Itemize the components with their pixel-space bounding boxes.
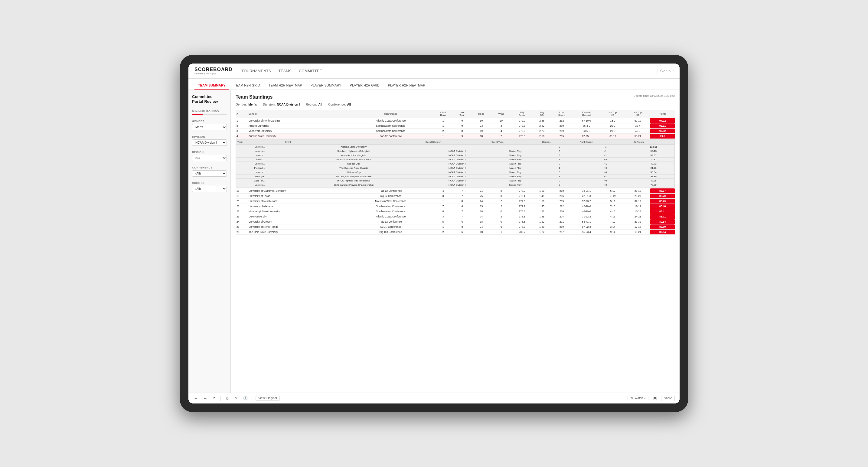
- cell-points-23[interactable]: 88.71: [650, 214, 675, 219]
- sidebar: CommitteePortal Review Minimum Rounds Ge…: [188, 90, 231, 393]
- refresh-icon[interactable]: ↺: [211, 396, 217, 401]
- toolbar-right: 👁 Watch ▾ ⬒ Share: [627, 396, 675, 401]
- tab-team-h2h-heatmap[interactable]: TEAM H2H HEATMAP: [265, 82, 306, 90]
- exp-col-rank-impact: Rank Impact: [578, 140, 632, 145]
- filter-region-value: All: [318, 103, 322, 106]
- cell-points-4-highlighted[interactable]: 79.5: [650, 134, 675, 139]
- cell-avg-sg: 2.86: [533, 118, 551, 123]
- share-label: Share: [664, 397, 672, 400]
- table-row[interactable]: 19 University of Texas Big 12 Conference…: [236, 194, 675, 199]
- cell-points-22[interactable]: 83.41: [650, 209, 675, 214]
- sign-out-button[interactable]: Sign out: [660, 69, 674, 73]
- standings-table: # School Conference ConfRank NoTour Rnds…: [236, 110, 675, 235]
- col-vs-top-25: Vs Top25: [600, 110, 625, 118]
- col-rank: #: [236, 110, 248, 118]
- col-low-score: LowScore: [551, 110, 573, 118]
- col-conf-rank: ConfRank: [433, 110, 453, 118]
- tab-player-h2h-grid[interactable]: PLAYER H2H GRID: [346, 82, 383, 90]
- sidebar-min-rounds: Minimum Rounds: [192, 110, 227, 115]
- table-row[interactable]: 20 University of New Mexico Mountain Wes…: [236, 199, 675, 204]
- cell-points-19[interactable]: 88.70: [650, 194, 675, 199]
- cell-points-2[interactable]: 93.31: [650, 123, 675, 129]
- filter-gender-label: Gender:: [236, 103, 247, 106]
- filter-conference: Conference: All: [328, 103, 351, 106]
- sidebar-conference: Conference (All): [192, 166, 227, 177]
- list-item: Univers... Southern Highlands Collegiate…: [236, 149, 675, 153]
- cell-points-20[interactable]: 88.49: [650, 199, 675, 204]
- sidebar-conference-select[interactable]: (All): [192, 170, 227, 177]
- col-conference: Conference: [348, 110, 433, 118]
- standings-title: Team Standings: [236, 94, 273, 100]
- nav-committee[interactable]: COMMITTEE: [299, 68, 322, 74]
- logo-sub: Powered by clippi: [194, 72, 232, 75]
- exp-col-division: Event Division: [424, 140, 490, 145]
- sidebar-school-select[interactable]: (All): [192, 186, 227, 192]
- sidebar-school: School (All): [192, 182, 227, 192]
- exp-col-rounds: Rounds: [541, 140, 579, 145]
- list-item: Univers... Arizona State University 3-1 …: [236, 145, 675, 149]
- sidebar-region: Region N/A All: [192, 151, 227, 161]
- cell-points[interactable]: 97.02: [650, 118, 675, 123]
- top-nav: SCOREBOARD Powered by clippi TOURNAMENTS…: [188, 64, 680, 79]
- sidebar-title: CommitteePortal Review: [192, 94, 227, 104]
- cell-rnds: 30: [471, 118, 492, 123]
- cell-record: 67-10-0: [573, 118, 600, 123]
- nav-tournaments[interactable]: TOURNAMENTS: [242, 68, 271, 74]
- table-row[interactable]: 18 University of California, Berkeley Pa…: [236, 188, 675, 194]
- sidebar-division: Division NCAA Division I NCAA Division I…: [192, 135, 227, 146]
- tab-player-summary[interactable]: PLAYER SUMMARY: [307, 82, 345, 90]
- cell-points-26[interactable]: 80.94: [650, 229, 675, 235]
- nav-teams[interactable]: TEAMS: [279, 68, 292, 74]
- cell-points-21[interactable]: 88.48: [650, 204, 675, 209]
- table-row[interactable]: 23 Duke University Atlantic Coast Confer…: [236, 214, 675, 219]
- sidebar-gender-select[interactable]: Men's Women's: [192, 124, 227, 130]
- col-rnds: Rnds: [471, 110, 492, 118]
- edit-icon[interactable]: ✎: [234, 396, 239, 401]
- table-row[interactable]: 25 University of North Florida ASUN Conf…: [236, 224, 675, 229]
- filter-region: Region: All: [306, 103, 322, 106]
- col-points: Points: [650, 110, 675, 118]
- table-row[interactable]: 1 University of North Carolina Atlantic …: [236, 118, 675, 123]
- cell-points-24[interactable]: 80.34: [650, 219, 675, 224]
- clock-icon[interactable]: 🕐: [243, 396, 248, 401]
- table-row[interactable]: 2 Auburn University Southeastern Confere…: [236, 123, 675, 129]
- copy-icon[interactable]: ⧉: [224, 396, 230, 401]
- tab-team-h2h-grid[interactable]: TEAM H2H GRID: [230, 82, 264, 90]
- watch-button[interactable]: 👁 Watch ▾: [627, 396, 648, 401]
- share-button[interactable]: Share: [661, 396, 675, 401]
- table-row[interactable]: 21 University of Alabama Southeastern Co…: [236, 204, 675, 209]
- table-row[interactable]: 22 Mississippi State University Southeas…: [236, 209, 675, 214]
- cell-vs25: 13-9: [600, 118, 625, 123]
- sidebar-school-label: School: [192, 182, 227, 185]
- nav-divider: |: [657, 68, 658, 74]
- slider[interactable]: [192, 114, 227, 115]
- col-avg-sg: AvgSG: [533, 110, 551, 118]
- col-wins: Wins: [492, 110, 511, 118]
- cell-school: University of North Carolina: [248, 118, 348, 123]
- exp-col-type: Event Type: [490, 140, 540, 145]
- table-row[interactable]: 3 Vanderbilt University Southeastern Con…: [236, 129, 675, 134]
- bottom-toolbar: ↩ ↪ ↺ ⧉ ✎ 🕐 View: Original 👁 Watch ▾ ⬒ S…: [188, 393, 680, 403]
- undo-icon[interactable]: ↩: [193, 396, 199, 401]
- watch-label: Watch: [634, 397, 643, 400]
- exp-col-team: Team: [236, 140, 283, 145]
- filter-row: Gender: Men's Division: NCAA Division I …: [236, 103, 675, 106]
- view-original-button[interactable]: View: Original: [255, 396, 280, 401]
- cell-conf-rank: 1: [433, 118, 453, 123]
- table-row[interactable]: 24 University of Oregon Pac-12 Conferenc…: [236, 219, 675, 224]
- expanded-header-row: Team Event Event Division Event Type Rou…: [236, 140, 675, 145]
- redo-icon[interactable]: ↪: [202, 396, 208, 401]
- tab-player-h2h-heatmap[interactable]: PLAYER H2H HEATMAP: [384, 82, 429, 90]
- cell-points-18[interactable]: 83.07: [650, 188, 675, 194]
- table-row-highlighted[interactable]: 4 Arizona State University Pac-12 Confer…: [236, 134, 675, 139]
- list-item: Univers... Amer Ari Intercollegiate NCAA…: [236, 153, 675, 158]
- sub-nav: TEAM SUMMARY TEAM H2H GRID TEAM H2H HEAT…: [188, 79, 680, 90]
- tab-team-summary[interactable]: TEAM SUMMARY: [194, 82, 229, 90]
- sidebar-region-select[interactable]: N/A All: [192, 155, 227, 161]
- cell-points-3[interactable]: 90.32: [650, 129, 675, 134]
- table-row[interactable]: 26 The Ohio State University Big Ten Con…: [236, 229, 675, 235]
- share-icon[interactable]: ⬒: [652, 396, 657, 401]
- cell-low-score: 262: [551, 118, 573, 123]
- cell-points-25[interactable]: 83.89: [650, 224, 675, 229]
- sidebar-division-select[interactable]: NCAA Division I NCAA Division II: [192, 139, 227, 146]
